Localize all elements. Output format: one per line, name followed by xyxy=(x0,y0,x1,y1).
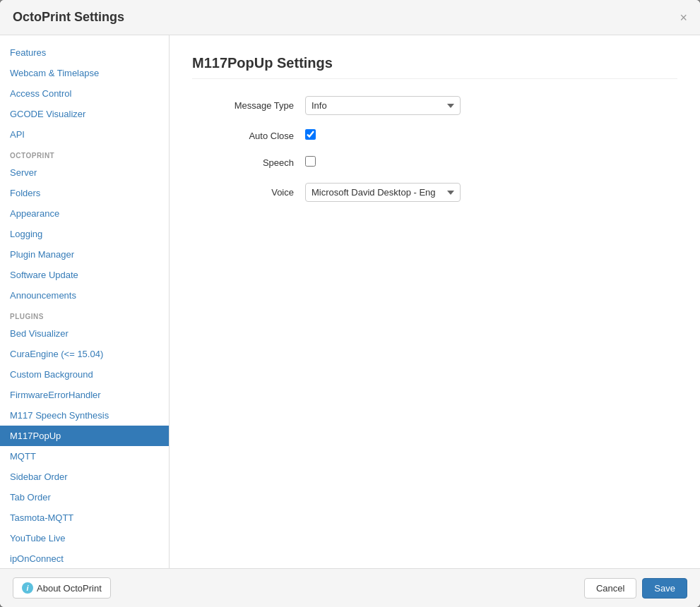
about-label: About OctoPrint xyxy=(37,583,102,594)
speech-row: Speech xyxy=(192,156,677,169)
sidebar-item-mqtt[interactable]: MQTT xyxy=(0,446,169,467)
sidebar-item-tab-order[interactable]: Tab Order xyxy=(0,487,169,507)
message-type-row: Message Type Info Success Warning Error xyxy=(192,96,677,115)
sidebar-item-gcode[interactable]: GCODE Visualizer xyxy=(0,104,169,124)
sidebar: Features Webcam & Timelapse Access Contr… xyxy=(0,35,170,568)
settings-modal: OctoPrint Settings × Features Webcam & T… xyxy=(0,0,700,607)
sidebar-item-plugin-manager[interactable]: Plugin Manager xyxy=(0,244,169,265)
sidebar-item-folders[interactable]: Folders xyxy=(0,183,169,203)
sidebar-item-appearance[interactable]: Appearance xyxy=(0,203,169,224)
sidebar-item-tasmota[interactable]: Tasmota-MQTT xyxy=(0,507,169,528)
sidebar-item-youtube[interactable]: YouTube Live xyxy=(0,528,169,548)
auto-close-control xyxy=(305,129,677,142)
sidebar-item-bed-visualizer[interactable]: Bed Visualizer xyxy=(0,323,169,344)
modal-title: OctoPrint Settings xyxy=(13,10,124,25)
close-button[interactable]: × xyxy=(680,11,687,24)
auto-close-row: Auto Close xyxy=(192,129,677,142)
speech-control xyxy=(305,156,677,169)
sidebar-item-cura[interactable]: CuraEngine (<= 15.04) xyxy=(0,344,169,364)
message-type-label: Message Type xyxy=(192,100,305,111)
save-button[interactable]: Save xyxy=(642,578,687,599)
sidebar-item-webcam[interactable]: Webcam & Timelapse xyxy=(0,63,169,83)
sidebar-item-ipon[interactable]: ipOnConnect xyxy=(0,548,169,568)
speech-label: Speech xyxy=(192,157,305,168)
footer-actions: Cancel Save xyxy=(584,578,687,599)
modal-header: OctoPrint Settings × xyxy=(0,0,700,35)
voice-select[interactable]: Microsoft David Desktop - Eng Microsoft … xyxy=(305,183,461,202)
auto-close-label: Auto Close xyxy=(192,131,305,141)
sidebar-item-sidebar-order[interactable]: Sidebar Order xyxy=(0,467,169,487)
message-type-control: Info Success Warning Error xyxy=(305,96,677,115)
sidebar-item-announcements[interactable]: Announcements xyxy=(0,285,169,306)
plugins-section-label: PLUGINS xyxy=(0,306,169,323)
sidebar-item-server[interactable]: Server xyxy=(0,162,169,183)
info-icon: i xyxy=(22,582,33,594)
content-title: M117PopUp Settings xyxy=(192,55,677,79)
sidebar-item-features[interactable]: Features xyxy=(0,42,169,63)
sidebar-item-custom-bg[interactable]: Custom Background xyxy=(0,364,169,385)
octoprint-section-label: OCTOPRINT xyxy=(0,145,169,162)
auto-close-checkbox[interactable] xyxy=(305,129,316,140)
voice-label: Voice xyxy=(192,187,305,198)
voice-control: Microsoft David Desktop - Eng Microsoft … xyxy=(305,183,677,202)
message-type-select[interactable]: Info Success Warning Error xyxy=(305,96,461,115)
voice-row: Voice Microsoft David Desktop - Eng Micr… xyxy=(192,183,677,202)
sidebar-item-software-update[interactable]: Software Update xyxy=(0,265,169,285)
sidebar-item-api[interactable]: API xyxy=(0,124,169,145)
sidebar-item-firmware[interactable]: FirmwareErrorHandler xyxy=(0,385,169,405)
sidebar-item-m117popup[interactable]: M117PopUp xyxy=(0,426,169,446)
modal-footer: i About OctoPrint Cancel Save xyxy=(0,568,700,607)
sidebar-item-m117-speech[interactable]: M117 Speech Synthesis xyxy=(0,405,169,426)
content-area: M117PopUp Settings Message Type Info Suc… xyxy=(170,35,700,568)
sidebar-item-logging[interactable]: Logging xyxy=(0,224,169,244)
sidebar-item-access-control[interactable]: Access Control xyxy=(0,83,169,104)
modal-body: Features Webcam & Timelapse Access Contr… xyxy=(0,35,700,568)
speech-checkbox[interactable] xyxy=(305,156,316,167)
cancel-button[interactable]: Cancel xyxy=(584,578,636,599)
about-button[interactable]: i About OctoPrint xyxy=(13,577,111,599)
